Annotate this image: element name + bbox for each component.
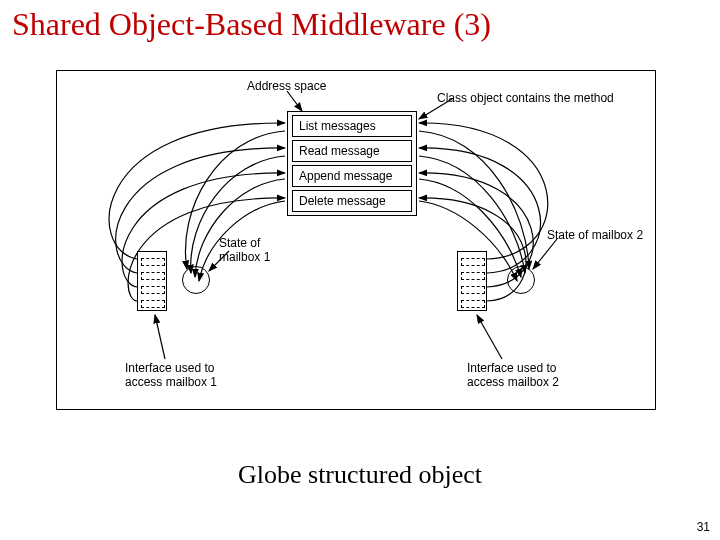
state-circle-2 [507, 266, 535, 294]
method-delete-message: Delete message [292, 190, 412, 212]
page-title: Shared Object-Based Middleware (3) [12, 6, 712, 43]
label-state-mailbox-1: State of mailbox 1 [219, 236, 270, 265]
diagram-frame: Address space Class object contains the … [56, 70, 656, 410]
label-address-space: Address space [247, 79, 326, 93]
label-interface-2: Interface used to access mailbox 2 [467, 361, 559, 390]
svg-line-0 [287, 91, 302, 111]
interface-box-2 [457, 251, 487, 311]
svg-line-4 [155, 315, 165, 359]
label-interface-1: Interface used to access mailbox 1 [125, 361, 217, 390]
interface-box-1 [137, 251, 167, 311]
method-stack: List messages Read message Append messag… [287, 111, 417, 216]
method-read-message: Read message [292, 140, 412, 162]
state-circle-1 [182, 266, 210, 294]
svg-line-5 [477, 315, 502, 359]
method-append-message: Append message [292, 165, 412, 187]
label-class-object: Class object contains the method [437, 91, 614, 105]
page-number: 31 [697, 520, 710, 534]
label-state-mailbox-2: State of mailbox 2 [547, 228, 643, 242]
svg-line-3 [533, 239, 557, 269]
figure-caption: Globe structured object [0, 460, 720, 490]
method-list-messages: List messages [292, 115, 412, 137]
